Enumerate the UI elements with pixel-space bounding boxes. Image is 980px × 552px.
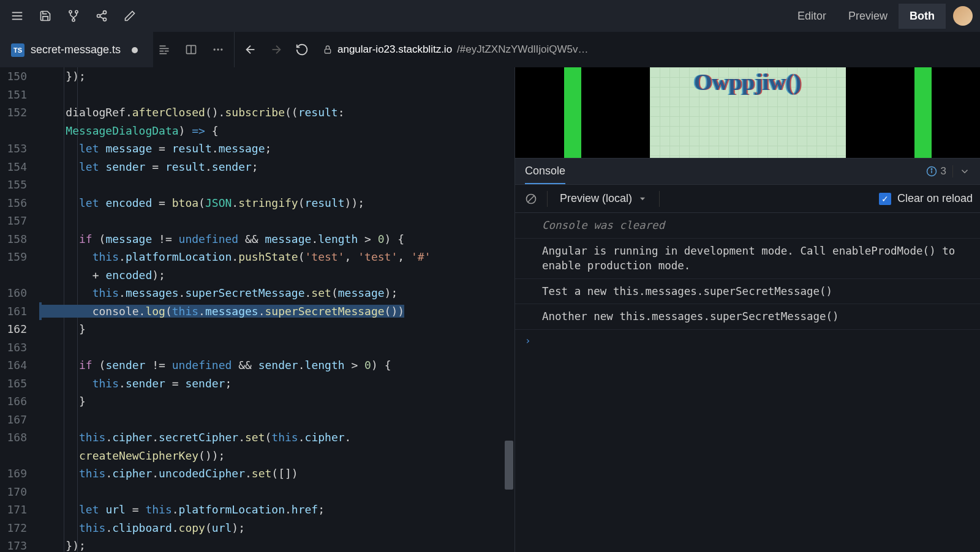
dots-icon (212, 43, 224, 56)
info-icon (926, 166, 937, 177)
fork-icon (67, 10, 80, 22)
line-number: 166 (0, 392, 39, 411)
code-line[interactable]: let message = result.message; (39, 140, 514, 158)
code-line[interactable]: let sender = result.sender; (39, 158, 514, 176)
code-line[interactable]: } (39, 320, 514, 338)
code-line[interactable] (39, 176, 514, 194)
browser-reload-button[interactable] (291, 39, 313, 61)
clear-on-reload-checkbox[interactable]: ✓ (879, 193, 891, 205)
line-number: 150 (0, 67, 39, 86)
code-line[interactable]: this.sender = sender; (39, 375, 514, 393)
svg-rect-14 (165, 51, 169, 52)
preview-frame: Owppjiw() (564, 67, 932, 158)
hamburger-icon (10, 9, 24, 23)
browser-bar: angular-io23.stackblitz.io/#eyJtZXNzYWdl… (234, 32, 980, 67)
code-line[interactable]: } (39, 392, 514, 411)
code-line[interactable] (39, 483, 514, 501)
code-line[interactable]: this.cipher.uncodedCipher.set([]) (39, 464, 514, 483)
code-line[interactable]: console.log(this.messages.superSecretMes… (39, 302, 514, 321)
view-tab-editor[interactable]: Editor (786, 4, 837, 29)
line-number: 151 (0, 86, 39, 104)
preview-viewport[interactable]: Owppjiw() (515, 67, 980, 158)
chevron-down-icon (638, 195, 647, 203)
line-number: 168 (0, 428, 39, 447)
console-messages[interactable]: Console was clearedAngular is running in… (515, 213, 980, 552)
svg-line-10 (100, 13, 104, 15)
svg-point-18 (214, 48, 216, 50)
svg-rect-15 (160, 53, 167, 54)
code-line[interactable]: if (message != undefined && message.leng… (39, 230, 514, 248)
file-tab[interactable]: TS secret-message.ts (0, 32, 153, 67)
code-line[interactable]: createNewCipherKey()); (39, 447, 514, 465)
browser-forward-button[interactable] (265, 39, 287, 61)
editor-gutter: 1501511521531541551561571581591601611621… (0, 67, 39, 552)
browser-back-button[interactable] (239, 39, 262, 61)
lock-icon (323, 45, 333, 54)
code-line[interactable]: this.cipher.secretCipher.set(this.cipher… (39, 428, 514, 447)
editor-pane[interactable]: 1501511521531541551561571581591601611621… (0, 67, 514, 552)
split-editor-button[interactable] (180, 39, 202, 61)
save-button[interactable] (33, 4, 58, 28)
url-path: /#eyJtZXNzYWdlIjoiQW5v… (457, 43, 588, 56)
svg-rect-11 (160, 45, 166, 47)
code-line[interactable]: this.platformLocation.pushState('test', … (39, 248, 514, 266)
svg-rect-12 (160, 48, 169, 50)
code-line[interactable]: if (sender != undefined && sender.length… (39, 356, 514, 375)
line-number: 158 (0, 230, 39, 248)
fork-button[interactable] (61, 4, 86, 28)
format-button[interactable] (153, 39, 175, 61)
code-line[interactable] (39, 411, 514, 429)
svg-point-8 (104, 18, 107, 21)
line-number (0, 122, 39, 140)
console-prompt[interactable]: › (515, 330, 980, 351)
editor-content[interactable]: }); dialogRef.afterClosed().subscribe((r… (39, 67, 514, 552)
console-message: Console was cleared (515, 213, 980, 239)
svg-point-7 (97, 15, 100, 18)
console-message: Angular is running in development mode. … (515, 239, 980, 279)
line-number: 156 (0, 194, 39, 212)
prettier-icon (158, 43, 170, 56)
user-avatar[interactable] (953, 6, 973, 26)
tab-bar: TS secret-message.ts angular-io23.stackb… (0, 32, 980, 67)
svg-line-9 (100, 17, 104, 18)
chevron-down-icon[interactable] (959, 166, 970, 177)
console-header-right: 3 (926, 165, 970, 177)
console-toolbar-right: ✓ Clear on reload (879, 192, 973, 205)
editor-scrollbar[interactable] (503, 67, 514, 552)
code-line[interactable] (39, 86, 514, 104)
console-clear-button[interactable] (522, 190, 540, 207)
code-line[interactable]: this.clipboard.copy(url); (39, 519, 514, 537)
code-line[interactable]: MessageDialogData) => { (39, 122, 514, 140)
code-line[interactable]: + encoded); (39, 266, 514, 285)
console-toolbar: Preview (local) ✓ Clear on reload (515, 185, 980, 213)
console-tab[interactable]: Console (525, 159, 565, 184)
save-icon (39, 10, 51, 22)
view-tab-both[interactable]: Both (899, 4, 946, 29)
code-line[interactable]: }); (39, 537, 514, 552)
preview-decoration-right (914, 67, 932, 158)
arrow-left-icon (244, 43, 257, 56)
scrollbar-thumb[interactable] (505, 441, 513, 490)
code-line[interactable]: this.messages.superSecretMessage.set(mes… (39, 284, 514, 302)
console-source-dropdown[interactable]: Preview (local) (555, 190, 652, 207)
code-line[interactable]: }); (39, 67, 514, 86)
line-number: 169 (0, 464, 39, 483)
view-tab-preview[interactable]: Preview (837, 4, 899, 29)
code-line[interactable]: let encoded = btoa(JSON.stringify(result… (39, 194, 514, 212)
code-line[interactable]: dialogRef.afterClosed().subscribe((resul… (39, 103, 514, 122)
top-toolbar: Editor Preview Both (0, 0, 980, 32)
code-line[interactable] (39, 338, 514, 357)
line-number: 173 (0, 537, 39, 552)
arrow-right-icon (270, 43, 283, 56)
file-name: secret-message.ts (31, 43, 121, 56)
edit-button[interactable] (118, 4, 142, 28)
code-line[interactable]: let url = this.platformLocation.href; (39, 501, 514, 519)
code-line[interactable] (39, 212, 514, 230)
reload-icon (295, 43, 309, 56)
svg-point-4 (75, 10, 78, 13)
menu-button[interactable] (5, 4, 29, 28)
share-button[interactable] (89, 4, 114, 28)
more-actions-button[interactable] (207, 39, 229, 61)
toolbar-left (5, 4, 142, 28)
url-bar[interactable]: angular-io23.stackblitz.io/#eyJtZXNzYWdl… (317, 40, 975, 59)
